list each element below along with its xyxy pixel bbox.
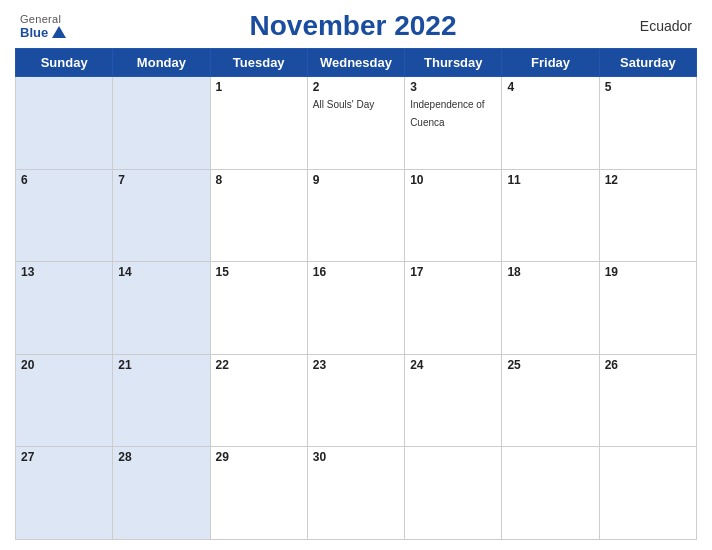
calendar-cell: 5 <box>599 77 696 170</box>
date-number: 24 <box>410 358 496 372</box>
logo-general-text: General <box>20 13 61 25</box>
date-number: 30 <box>313 450 399 464</box>
date-number: 29 <box>216 450 302 464</box>
calendar-cell: 20 <box>16 354 113 447</box>
calendar-week-row: 6789101112 <box>16 169 697 262</box>
date-number: 14 <box>118 265 204 279</box>
date-number: 23 <box>313 358 399 372</box>
calendar-cell: 8 <box>210 169 307 262</box>
date-number: 8 <box>216 173 302 187</box>
logo-area: General Blue <box>20 13 66 40</box>
calendar-cell: 10 <box>405 169 502 262</box>
date-number: 28 <box>118 450 204 464</box>
event-label: All Souls' Day <box>313 99 374 110</box>
calendar-cell: 2All Souls' Day <box>307 77 404 170</box>
date-number: 11 <box>507 173 593 187</box>
date-number: 19 <box>605 265 691 279</box>
calendar-cell: 14 <box>113 262 210 355</box>
calendar-cell <box>113 77 210 170</box>
logo-blue-area: Blue <box>20 25 66 40</box>
calendar-cell: 29 <box>210 447 307 540</box>
calendar-cell: 3Independence of Cuenca <box>405 77 502 170</box>
weekday-header: Monday <box>113 49 210 77</box>
calendar-cell: 9 <box>307 169 404 262</box>
date-number: 9 <box>313 173 399 187</box>
calendar-cell: 24 <box>405 354 502 447</box>
calendar-week-row: 20212223242526 <box>16 354 697 447</box>
date-number: 21 <box>118 358 204 372</box>
date-number: 13 <box>21 265 107 279</box>
calendar-cell: 16 <box>307 262 404 355</box>
calendar-cell: 4 <box>502 77 599 170</box>
calendar-cell <box>16 77 113 170</box>
date-number: 27 <box>21 450 107 464</box>
date-number: 4 <box>507 80 593 94</box>
calendar-header: General Blue November 2022 Ecuador <box>15 10 697 42</box>
date-number: 1 <box>216 80 302 94</box>
date-number: 18 <box>507 265 593 279</box>
calendar-cell <box>599 447 696 540</box>
calendar-title: November 2022 <box>250 10 457 42</box>
date-number: 25 <box>507 358 593 372</box>
calendar-cell: 15 <box>210 262 307 355</box>
calendar-week-row: 13141516171819 <box>16 262 697 355</box>
calendar-week-row: 27282930 <box>16 447 697 540</box>
weekday-header: Saturday <box>599 49 696 77</box>
country-label: Ecuador <box>640 18 692 34</box>
weekday-header: Sunday <box>16 49 113 77</box>
date-number: 6 <box>21 173 107 187</box>
weekday-header: Tuesday <box>210 49 307 77</box>
calendar-cell: 25 <box>502 354 599 447</box>
date-number: 22 <box>216 358 302 372</box>
date-number: 16 <box>313 265 399 279</box>
logo-triangle-icon <box>52 26 66 38</box>
calendar-cell: 7 <box>113 169 210 262</box>
date-number: 10 <box>410 173 496 187</box>
calendar-cell: 6 <box>16 169 113 262</box>
calendar-cell: 13 <box>16 262 113 355</box>
calendar-cell: 27 <box>16 447 113 540</box>
calendar-cell: 26 <box>599 354 696 447</box>
calendar-cell: 30 <box>307 447 404 540</box>
calendar-cell <box>405 447 502 540</box>
calendar-cell: 28 <box>113 447 210 540</box>
calendar-cell: 19 <box>599 262 696 355</box>
calendar-cell: 23 <box>307 354 404 447</box>
weekday-header-row: SundayMondayTuesdayWednesdayThursdayFrid… <box>16 49 697 77</box>
calendar-cell <box>502 447 599 540</box>
date-number: 3 <box>410 80 496 94</box>
date-number: 15 <box>216 265 302 279</box>
date-number: 12 <box>605 173 691 187</box>
date-number: 20 <box>21 358 107 372</box>
event-label: Independence of Cuenca <box>410 99 485 128</box>
weekday-header: Wednesday <box>307 49 404 77</box>
calendar-cell: 1 <box>210 77 307 170</box>
calendar-week-row: 12All Souls' Day3Independence of Cuenca4… <box>16 77 697 170</box>
date-number: 17 <box>410 265 496 279</box>
date-number: 2 <box>313 80 399 94</box>
date-number: 5 <box>605 80 691 94</box>
logo-blue-text: Blue <box>20 25 48 40</box>
calendar-cell: 21 <box>113 354 210 447</box>
date-number: 26 <box>605 358 691 372</box>
calendar-cell: 17 <box>405 262 502 355</box>
calendar-cell: 11 <box>502 169 599 262</box>
calendar-table: SundayMondayTuesdayWednesdayThursdayFrid… <box>15 48 697 540</box>
weekday-header: Thursday <box>405 49 502 77</box>
calendar-cell: 12 <box>599 169 696 262</box>
calendar-cell: 18 <box>502 262 599 355</box>
date-number: 7 <box>118 173 204 187</box>
calendar-cell: 22 <box>210 354 307 447</box>
weekday-header: Friday <box>502 49 599 77</box>
